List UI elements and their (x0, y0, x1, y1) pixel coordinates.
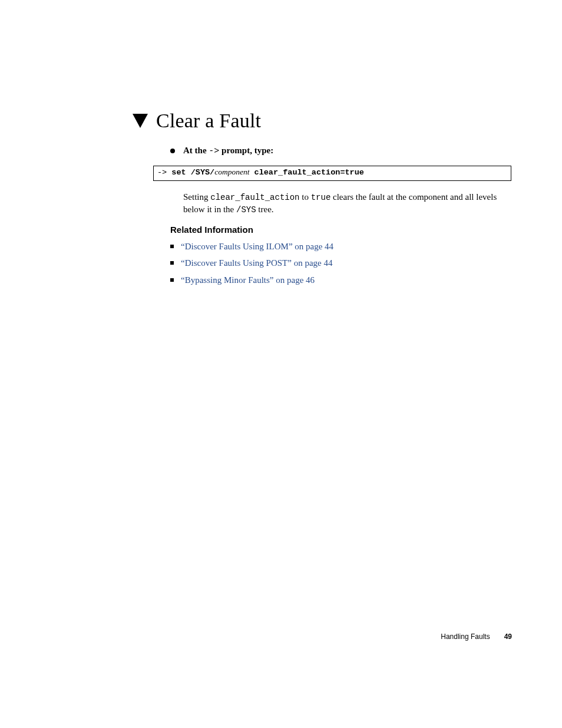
footer-page-number: 49 (504, 633, 512, 641)
square-bullet-icon (170, 245, 174, 248)
code-cmd-part1: set /SYS/ (171, 168, 214, 177)
svg-marker-0 (133, 114, 148, 128)
section-heading: Clear a Fault (133, 110, 261, 132)
list-item: “Discover Faults Using ILOM” on page 44 (170, 241, 500, 252)
code-component-placeholder: component (214, 167, 249, 176)
para-text-1: Setting (183, 192, 210, 202)
step-text-suffix: prompt, type: (219, 146, 273, 155)
page: Clear a Fault At the -> prompt, type: ->… (0, 0, 562, 728)
step-text-code: -> (209, 146, 219, 156)
para-text-4: tree. (256, 205, 274, 214)
related-information-list: “Discover Faults Using ILOM” on page 44 … (170, 236, 500, 286)
square-bullet-icon (170, 278, 174, 282)
square-bullet-icon (170, 261, 174, 265)
para-mono-3: /SYS (236, 205, 256, 215)
section-title: Clear a Fault (156, 110, 261, 132)
body-paragraph: Setting clear_fault_action to true clear… (183, 191, 510, 216)
related-information-heading: Related Information (170, 225, 253, 235)
cross-reference-link[interactable]: “Discover Faults Using POST” on page 44 (181, 257, 332, 269)
bullet-icon (170, 149, 175, 153)
para-mono-2: true (311, 193, 331, 202)
list-item: “Bypassing Minor Faults” on page 46 (170, 274, 500, 286)
triangle-down-icon (133, 114, 148, 128)
para-mono-1: clear_fault_action (210, 193, 299, 202)
footer-section-name: Handling Faults (441, 633, 490, 641)
step-text-prefix: At the (183, 146, 209, 155)
code-block: -> set /SYS/component clear_fault_action… (153, 166, 511, 181)
para-text-2: to (300, 192, 311, 202)
step-text: At the -> prompt, type: (183, 146, 273, 156)
page-footer: Handling Faults 49 (441, 633, 512, 641)
cross-reference-link[interactable]: “Bypassing Minor Faults” on page 46 (181, 274, 315, 286)
list-item: “Discover Faults Using POST” on page 44 (170, 257, 500, 269)
step-row: At the -> prompt, type: (170, 146, 273, 156)
cross-reference-link[interactable]: “Discover Faults Using ILOM” on page 44 (181, 241, 333, 252)
code-cmd-part2: clear_fault_action=true (249, 168, 363, 177)
code-prompt: -> (157, 168, 171, 177)
